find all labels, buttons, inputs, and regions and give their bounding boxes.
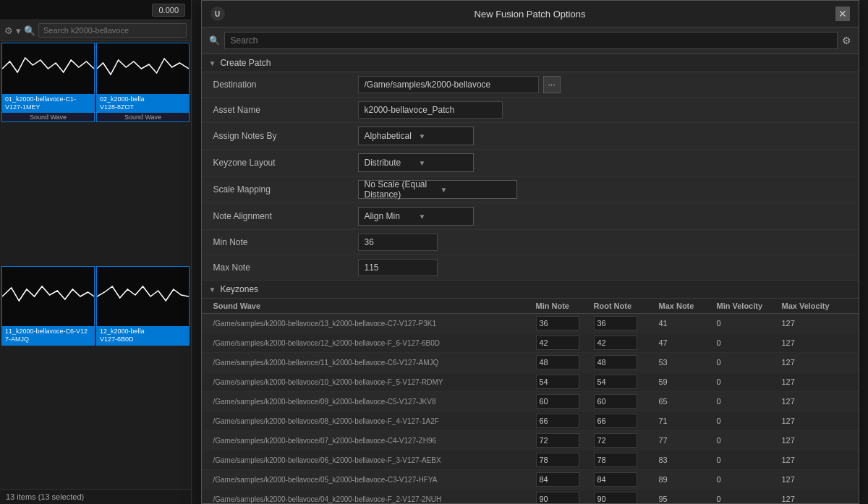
left-search-input[interactable] bbox=[38, 23, 187, 38]
grid-item-2[interactable]: 02_k2000-bellaV128-8ZOT Sound Wave bbox=[96, 43, 190, 122]
scale-mapping-arrow: ▼ bbox=[441, 186, 511, 194]
chevron-icon[interactable]: ▾ bbox=[16, 25, 21, 36]
cell-min-note bbox=[536, 316, 594, 330]
note-alignment-dropdown[interactable]: Align Min ▼ bbox=[358, 207, 474, 226]
assign-notes-value: Alphabetical ▼ bbox=[358, 127, 847, 145]
min-note-label: Min Note bbox=[213, 237, 358, 247]
min-note-input[interactable] bbox=[358, 234, 438, 251]
create-patch-section-header[interactable]: ▼ Create Patch bbox=[202, 54, 859, 72]
col-min-note: Min Note bbox=[536, 302, 594, 310]
cell-max-velocity: 127 bbox=[782, 397, 847, 406]
waveform-2 bbox=[97, 43, 189, 94]
destination-label: Destination bbox=[213, 80, 358, 90]
cell-max-velocity: 127 bbox=[782, 436, 847, 445]
close-button[interactable]: ✕ bbox=[835, 7, 850, 21]
search-bar: ⚙ ▾ 🔍 bbox=[0, 20, 191, 41]
scale-mapping-dropdown[interactable]: No Scale (Equal Distance) ▼ bbox=[358, 180, 517, 199]
table-row[interactable]: /Game/samples/k2000-bellavoce/12_k2000-b… bbox=[202, 333, 859, 353]
top-bar: 0.000 bbox=[0, 0, 191, 20]
note-alignment-row: Note Alignment Align Min ▼ bbox=[202, 203, 859, 230]
cell-root-note bbox=[594, 375, 659, 389]
cell-min-note bbox=[536, 414, 594, 428]
keyzone-layout-selected: Distribute bbox=[365, 158, 413, 168]
cell-max-note: 53 bbox=[659, 358, 717, 367]
keyzone-layout-arrow: ▼ bbox=[419, 159, 467, 167]
cell-max-velocity: 127 bbox=[782, 358, 847, 367]
cell-min-note bbox=[536, 472, 594, 487]
item-label-2: 02_k2000-bellaV128-8ZOT bbox=[97, 94, 189, 113]
note-alignment-value: Align Min ▼ bbox=[358, 207, 847, 226]
destination-input[interactable] bbox=[358, 76, 539, 93]
keyzones-label: Keyzones bbox=[220, 284, 258, 294]
cell-path: /Game/samples/k2000-bellavoce/13_k2000-b… bbox=[213, 320, 536, 328]
cell-path: /Game/samples/k2000-bellavoce/07_k2000-b… bbox=[213, 437, 536, 445]
table-row[interactable]: /Game/samples/k2000-bellavoce/05_k2000-b… bbox=[202, 470, 859, 490]
cell-max-velocity: 127 bbox=[782, 495, 847, 503]
keyzone-layout-dropdown[interactable]: Distribute ▼ bbox=[358, 153, 474, 172]
destination-browse-button[interactable]: ··· bbox=[543, 76, 561, 93]
cell-path: /Game/samples/k2000-bellavoce/04_k2000-b… bbox=[213, 495, 536, 503]
asset-name-row: Asset Name bbox=[202, 98, 859, 123]
settings-button[interactable]: ⚙ bbox=[842, 35, 851, 46]
grid-item-1[interactable]: 01_k2000-bellavoce-C1-V127-1MEY Sound Wa… bbox=[1, 43, 95, 122]
scale-mapping-selected: No Scale (Equal Distance) bbox=[365, 179, 435, 200]
table-row[interactable]: /Game/samples/k2000-bellavoce/07_k2000-b… bbox=[202, 431, 859, 450]
section-arrow-keyzones: ▼ bbox=[209, 286, 216, 294]
cell-min-velocity: 0 bbox=[717, 495, 782, 503]
cell-max-velocity: 127 bbox=[782, 417, 847, 425]
cell-min-note bbox=[536, 394, 594, 409]
cell-min-velocity: 0 bbox=[717, 456, 782, 464]
keyzone-layout-label: Keyzone Layout bbox=[213, 158, 358, 168]
time-display: 0.000 bbox=[152, 4, 185, 17]
cell-root-note bbox=[594, 492, 659, 503]
new-fusion-patch-dialog: U New Fusion Patch Options ✕ 🔍 ⚙ ▼ Creat… bbox=[201, 0, 859, 504]
col-max-note: Max Note bbox=[659, 302, 717, 310]
cell-min-velocity: 0 bbox=[717, 377, 782, 386]
cell-min-velocity: 0 bbox=[717, 358, 782, 367]
asset-name-value bbox=[358, 101, 847, 119]
cell-max-note: 77 bbox=[659, 436, 717, 445]
table-row[interactable]: /Game/samples/k2000-bellavoce/06_k2000-b… bbox=[202, 450, 859, 470]
table-row[interactable]: /Game/samples/k2000-bellavoce/11_k2000-b… bbox=[202, 353, 859, 372]
search-icon: 🔍 bbox=[209, 35, 220, 46]
asset-name-input[interactable] bbox=[358, 101, 503, 119]
destination-row: Destination ··· bbox=[202, 72, 859, 98]
max-note-value bbox=[358, 259, 847, 276]
status-bar: 13 items (13 selected) bbox=[0, 489, 191, 504]
filter-icon[interactable]: ⚙ bbox=[4, 25, 13, 36]
item-sub-1: Sound Wave bbox=[2, 113, 94, 121]
assign-notes-selected: Alphabetical bbox=[365, 131, 413, 141]
min-note-value bbox=[358, 234, 847, 251]
col-max-velocity: Max Velocity bbox=[782, 302, 847, 310]
cell-path: /Game/samples/k2000-bellavoce/05_k2000-b… bbox=[213, 476, 536, 484]
cell-min-note bbox=[536, 433, 594, 448]
note-alignment-selected: Align Min bbox=[365, 211, 413, 221]
max-note-row: Max Note bbox=[202, 255, 859, 281]
item-label-1: 01_k2000-bellavoce-C1-V127-1MEY bbox=[2, 94, 94, 113]
cell-path: /Game/samples/k2000-bellavoce/10_k2000-b… bbox=[213, 378, 536, 386]
table-row[interactable]: /Game/samples/k2000-bellavoce/13_k2000-b… bbox=[202, 314, 859, 333]
dialog-title: New Fusion Patch Options bbox=[225, 9, 835, 20]
note-alignment-label: Note Alignment bbox=[213, 211, 358, 221]
grid-item-4[interactable]: 12_k2000-bellaV127-6B0D bbox=[96, 266, 190, 346]
cell-max-note: 89 bbox=[659, 475, 717, 484]
dialog-body: ▼ Create Patch Destination ··· Asset Nam… bbox=[202, 54, 859, 503]
cell-min-velocity: 0 bbox=[717, 319, 782, 328]
cell-path: /Game/samples/k2000-bellavoce/06_k2000-b… bbox=[213, 456, 536, 464]
cell-root-note bbox=[594, 414, 659, 428]
assign-notes-dropdown[interactable]: Alphabetical ▼ bbox=[358, 127, 474, 145]
table-row[interactable]: /Game/samples/k2000-bellavoce/10_k2000-b… bbox=[202, 372, 859, 392]
note-alignment-arrow: ▼ bbox=[419, 213, 467, 221]
table-row[interactable]: /Game/samples/k2000-bellavoce/09_k2000-b… bbox=[202, 392, 859, 411]
table-row[interactable]: /Game/samples/k2000-bellavoce/08_k2000-b… bbox=[202, 411, 859, 431]
keyzones-section: ▼ Keyzones Sound Wave Min Note Root Note… bbox=[202, 281, 859, 503]
table-row[interactable]: /Game/samples/k2000-bellavoce/04_k2000-b… bbox=[202, 490, 859, 503]
max-note-input[interactable] bbox=[358, 259, 438, 276]
section-arrow-create: ▼ bbox=[209, 59, 216, 67]
grid-item-3[interactable]: 11_k2000-bellavoce-C6-V127-AMJQ bbox=[1, 266, 95, 346]
keyzone-layout-value: Distribute ▼ bbox=[358, 153, 847, 172]
cell-max-velocity: 127 bbox=[782, 475, 847, 484]
dialog-search-input[interactable] bbox=[224, 32, 838, 49]
status-text: 13 items (13 selected) bbox=[6, 492, 84, 501]
keyzones-section-header[interactable]: ▼ Keyzones bbox=[202, 281, 859, 299]
